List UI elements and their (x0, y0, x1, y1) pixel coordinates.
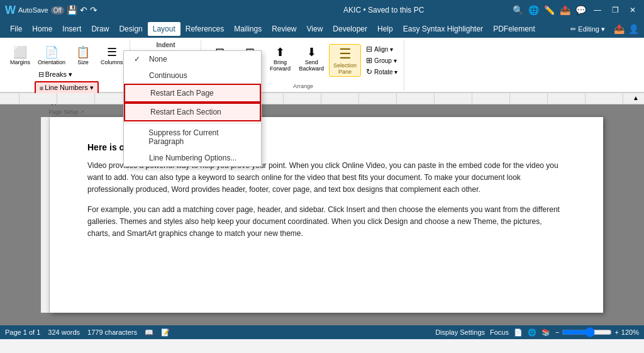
margins-icon: ⬜ (13, 45, 27, 59)
ruler-collapse-button[interactable]: ▲ (633, 94, 639, 101)
page-paragraph-2[interactable]: For example, you can add a matching cove… (87, 204, 565, 240)
page-view-icon[interactable]: 📄 (514, 328, 523, 337)
rotate-button[interactable]: ↻ Rotate ▾ (364, 67, 400, 77)
zoom-in-button[interactable]: + (614, 328, 618, 336)
menu-view[interactable]: View (302, 22, 328, 36)
size-button[interactable]: 📋 Size (70, 44, 96, 67)
size-icon: 📋 (76, 45, 90, 59)
check-icon: ✓ (134, 55, 144, 64)
web-view-icon[interactable]: 🌐 (528, 328, 536, 337)
dropdown-none-label: None (149, 55, 167, 64)
page-setup-label: Page Setup ↗ (49, 109, 85, 115)
autosave-toggle[interactable]: Off (51, 6, 64, 14)
word-logo-icon: W (5, 4, 16, 17)
read-view-icon[interactable]: 📚 (541, 328, 550, 337)
columns-icon: ☰ (107, 45, 117, 59)
dropdown-none[interactable]: ✓ None (124, 51, 261, 67)
dropdown-continuous-label: Continuous (149, 71, 187, 80)
left-margin-indicator (41, 117, 50, 313)
dropdown-divider (124, 123, 261, 123)
app-title: AKIC • Saved to this PC (259, 6, 509, 14)
dropdown-suppress-label: Suppress for Current Paragraph (148, 128, 251, 146)
dropdown-restart-section-label: Restart Each Section (150, 108, 221, 116)
menu-references[interactable]: References (180, 22, 229, 36)
comment-icon[interactable]: 💬 (575, 5, 586, 15)
ribbon-menu: File Home Insert Draw Design Layout Refe… (0, 20, 644, 38)
dropdown-restart-page-label: Restart Each Page (150, 89, 214, 98)
share2-icon[interactable]: 📤 (614, 24, 625, 34)
redo-icon[interactable]: ↷ (90, 5, 97, 15)
menu-mailings[interactable]: Mailings (229, 22, 267, 36)
restore-button[interactable]: ❐ (609, 4, 621, 16)
breaks-icon: ⊟ (38, 70, 44, 79)
user-icon[interactable]: 👤 (628, 24, 639, 34)
word-count: 324 words (48, 328, 80, 336)
zoom-level: 120% (621, 328, 639, 336)
dropdown-restart-page[interactable]: Restart Each Page (124, 84, 261, 103)
ruler: ▲ (0, 93, 644, 104)
menu-file[interactable]: File (5, 22, 27, 36)
title-bar: W AutoSave Off 💾 ↶ ↷ AKIC • Saved to thi… (0, 0, 644, 20)
menu-pdf[interactable]: PDFelement (488, 22, 540, 36)
ribbon-group-page-setup: ⬜ Margins 📄 Orientation 📋 Size ☰ Columns… (4, 40, 130, 91)
dropdown-options[interactable]: Line Numbering Options... (124, 150, 261, 166)
bring-forward-icon: ⬆ (275, 45, 285, 59)
dropdown-suppress[interactable]: Suppress for Current Paragraph (124, 125, 261, 150)
track-changes-icon: 📝 (161, 328, 170, 337)
pen-icon[interactable]: ✏️ (544, 5, 555, 15)
selection-pane-button[interactable]: ☰ SelectionPane (329, 44, 361, 77)
group-button[interactable]: ⊞ Group ▾ (364, 55, 400, 65)
dropdown-restart-section[interactable]: Restart Each Section (124, 103, 261, 121)
send-backward-button[interactable]: ⬇ SendBackward (297, 44, 327, 73)
page-info: Page 1 of 1 (5, 328, 40, 336)
menu-home[interactable]: Home (27, 22, 57, 36)
char-count: 1779 characters (87, 328, 137, 336)
breaks-button[interactable]: ⊟ Breaks ▾ (35, 69, 99, 80)
arrange-label: Arrange (293, 83, 313, 89)
title-bar-left: W AutoSave Off 💾 ↶ ↷ (5, 4, 255, 17)
wifi-icon[interactable]: 🌐 (528, 5, 539, 15)
align-icon: ⊟ (366, 45, 372, 53)
ribbon: ⬜ Margins 📄 Orientation 📋 Size ☰ Columns… (0, 38, 644, 93)
document-area: Here is our text placeholder: Video prov… (0, 104, 644, 325)
columns-button[interactable]: ☰ Columns (98, 44, 126, 67)
group-icon: ⊞ (366, 56, 372, 65)
proofing-icon: 📖 (145, 328, 153, 337)
search-icon[interactable]: 🔍 (513, 5, 523, 15)
menu-draw[interactable]: Draw (86, 22, 114, 36)
menu-design[interactable]: Design (114, 22, 147, 36)
share-icon[interactable]: 📤 (560, 5, 570, 15)
margins-button[interactable]: ⬜ Margins (8, 44, 33, 67)
zoom-out-button[interactable]: − (555, 328, 559, 336)
line-numbers-dropdown: ✓ None Continuous Restart Each Page Rest… (123, 50, 262, 167)
autosave-label: AutoSave (18, 6, 48, 14)
zoom-slider[interactable] (562, 327, 612, 337)
display-settings-button[interactable]: Display Settings (435, 328, 485, 336)
status-right: Display Settings Focus 📄 🌐 📚 − + 120% (435, 327, 639, 337)
menu-developer[interactable]: Developer (328, 22, 372, 36)
minimize-button[interactable]: — (591, 4, 604, 16)
menu-review[interactable]: Review (267, 22, 301, 36)
close-button[interactable]: ✕ (626, 4, 639, 16)
line-numbers-button[interactable]: ≡ Line Numbers ▾ (35, 81, 99, 94)
dropdown-continuous[interactable]: Continuous (124, 67, 261, 84)
autosave-control[interactable]: AutoSave Off (18, 6, 64, 14)
dropdown-options-label: Line Numbering Options... (149, 154, 236, 162)
align-button[interactable]: ⊟ Align ▾ (364, 44, 400, 54)
menu-syntax[interactable]: Easy Syntax Highlighter (398, 22, 488, 36)
orientation-button[interactable]: 📄 Orientation (35, 44, 68, 67)
editing-button[interactable]: ✏ Editing ▾ (565, 24, 610, 35)
save-icon[interactable]: 💾 (67, 5, 77, 15)
menu-layout[interactable]: Layout (148, 22, 180, 36)
focus-button[interactable]: Focus (490, 328, 509, 336)
menu-insert[interactable]: Insert (57, 22, 86, 36)
undo-icon[interactable]: ↶ (80, 5, 87, 15)
bring-forward-button[interactable]: ⬆ BringForward (267, 44, 294, 73)
menu-help[interactable]: Help (372, 22, 398, 36)
title-bar-right: 🔍 🌐 ✏️ 📤 💬 — ❐ ✕ (513, 4, 639, 16)
main-content: ▲ Here is our text placeholder: Video pr… (0, 93, 644, 325)
rotate-icon: ↻ (366, 67, 372, 76)
orientation-icon: 📄 (45, 45, 58, 59)
line-numbers-icon: ≡ (40, 84, 43, 92)
send-backward-icon: ⬇ (307, 45, 316, 59)
